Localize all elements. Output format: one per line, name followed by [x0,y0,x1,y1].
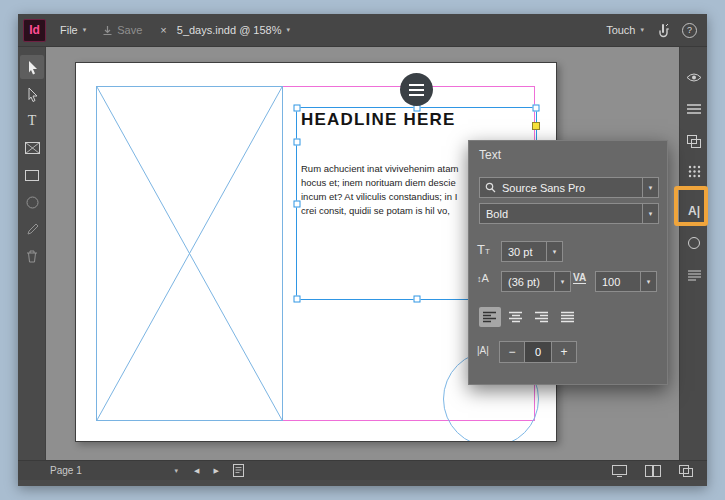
delete-tool-button[interactable] [20,244,44,268]
tools-panel: T [18,47,46,460]
document-tab[interactable]: 5_days.indd @ 158% ▾ [177,24,290,36]
chevron-down-icon: ▾ [174,467,178,475]
pencil-tool-button[interactable] [20,217,44,241]
tracking-value: 100 [596,276,640,288]
screen-mode-icon[interactable] [612,465,627,477]
frame-tool-button[interactable] [20,136,44,160]
increment-button[interactable]: + [551,341,577,363]
menu-lines-button[interactable] [682,97,706,121]
chevron-down-icon: ▾ [83,26,87,34]
leading-value: (36 pt) [502,276,554,288]
chevron-down-icon: ▾ [287,26,291,34]
frame-handle-top-right[interactable] [533,105,540,112]
highlight-callout-box [674,186,708,226]
tracking-icon: VA [573,272,586,284]
save-icon [102,25,113,36]
text-panel-title: Text [479,148,501,162]
spread-view-icon[interactable] [645,465,661,477]
decrement-button[interactable]: − [499,341,525,363]
context-menu-button[interactable] [400,73,433,106]
panel-dock: A| [679,47,707,460]
menu-bar [409,89,424,91]
page-select-label: Page 1 [50,465,82,476]
text-panel: Text Source Sans Pro ▾ Bold ▾ TT 30 pt ▾… [468,140,668,385]
font-style-value: Bold [480,208,642,220]
touch-gesture-icon[interactable] [656,23,670,38]
corner-options-handle[interactable] [532,122,540,130]
headline-text[interactable]: HEADLINE HERE [301,110,455,130]
search-icon [480,182,496,193]
menu-bar [409,84,424,86]
workspace-switcher[interactable]: Touch ▾ [606,24,644,36]
chevron-down-icon[interactable]: ▾ [642,178,658,197]
align-justify-button[interactable] [557,307,579,327]
font-size-icon: TT [477,242,490,257]
page-select[interactable]: Page 1 ▾ [50,465,178,476]
page-tool-button[interactable] [20,82,44,106]
chevron-down-icon[interactable]: ▾ [642,204,658,223]
font-size-value: 30 pt [502,246,546,258]
font-family-select[interactable]: Source Sans Pro ▾ [479,177,659,198]
save-label: Save [117,24,142,36]
pages-view-icon[interactable] [679,465,693,477]
file-menu-label: File [60,24,78,36]
ellipse-tool-button[interactable] [20,190,44,214]
font-style-select[interactable]: Bold ▾ [479,203,659,224]
frame-handle-mid-left[interactable] [294,200,301,207]
pages-panel-button[interactable] [682,129,706,153]
document-tab-label: 5_days.indd @ 158% [177,24,282,36]
menu-bar [409,94,424,96]
statusbar: Page 1 ▾ ◀ ▶ [18,460,707,480]
frame-inport-handle[interactable] [294,139,301,146]
preview-eye-button[interactable] [682,65,706,89]
font-family-value: Source Sans Pro [496,182,642,194]
leading-select[interactable]: (36 pt) ▾ [501,271,571,292]
frame-handle-bottom-center[interactable] [413,296,420,303]
type-tool-icon: T [28,113,37,129]
align-center-button[interactable] [505,307,527,327]
baseline-shift-value[interactable]: 0 [525,341,551,363]
baseline-shift-icon: |A| [477,345,489,356]
align-right-button[interactable] [531,307,553,327]
help-button[interactable]: ? [682,23,697,38]
align-left-button[interactable] [479,307,501,327]
frame-handle-top-left[interactable] [294,105,301,112]
image-placeholder-frame[interactable] [96,86,283,421]
grid-panel-button[interactable] [682,159,706,183]
tracking-select[interactable]: 100 ▾ [595,271,657,292]
chevron-down-icon: ▾ [640,26,644,34]
workspace-label: Touch [606,24,635,36]
indesign-window: Id File ▾ Save × 5_days.indd @ 158% ▾ To… [18,14,707,486]
close-tab-icon[interactable]: × [160,24,166,36]
rectangle-tool-button[interactable] [20,163,44,187]
save-button[interactable]: Save [102,24,142,36]
indesign-logo: Id [23,19,46,42]
page-thumbnail-icon[interactable] [233,464,244,477]
previous-page-button[interactable]: ◀ [194,467,199,475]
font-size-select[interactable]: 30 pt ▾ [501,241,563,262]
chevron-down-icon[interactable]: ▾ [546,242,562,261]
type-tool-button[interactable]: T [20,109,44,133]
menubar: Id File ▾ Save × 5_days.indd @ 158% ▾ To… [18,14,707,47]
selection-tool-button[interactable] [20,55,44,79]
shapes-panel-button[interactable] [682,231,706,255]
chevron-down-icon[interactable]: ▾ [554,272,570,291]
chevron-down-icon[interactable]: ▾ [640,272,656,291]
file-menu[interactable]: File ▾ [60,24,86,36]
frame-handle-bottom-left[interactable] [294,296,301,303]
paragraph-panel-button[interactable] [682,263,706,287]
leading-icon: ↕A [477,272,489,284]
next-page-button[interactable]: ▶ [213,467,218,475]
